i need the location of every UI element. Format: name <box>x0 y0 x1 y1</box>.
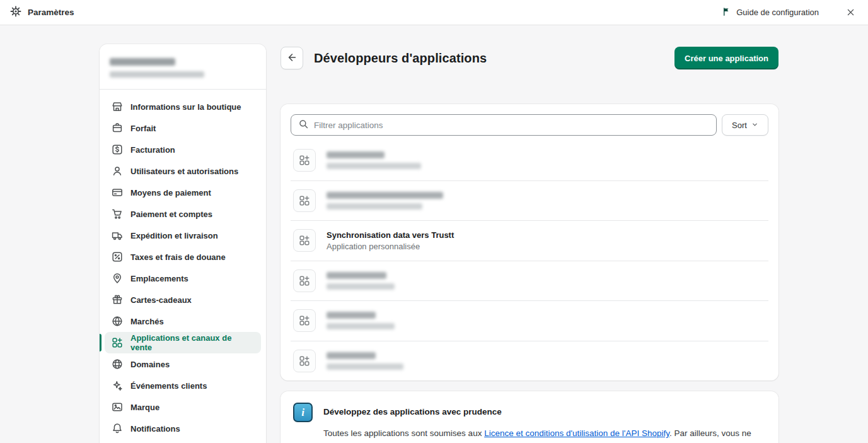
store-icon <box>111 100 124 113</box>
info-icon: i <box>293 403 313 422</box>
setup-guide-label: Guide de configuration <box>736 8 819 17</box>
sidebar-item-marque[interactable]: Marque <box>105 396 261 418</box>
filter-row: Sort <box>291 114 768 136</box>
app-list-item[interactable] <box>291 301 768 341</box>
app-default-icon <box>293 350 316 372</box>
sidebar-item-taxes-douane[interactable]: Taxes et frais de douane <box>105 246 261 268</box>
sidebar-item-label: Applications et canaux de vente <box>130 333 255 352</box>
settings-header: Paramètres <box>10 6 74 20</box>
sidebar-item-label: Facturation <box>130 145 175 155</box>
page-title: Développeurs d'applications <box>314 51 487 66</box>
sort-button[interactable]: Sort <box>722 114 768 136</box>
app-default-icon <box>293 309 316 332</box>
bell-icon <box>111 422 124 435</box>
app-default-icon <box>293 189 316 212</box>
sidebar-item-label: Expédition et livraison <box>130 231 218 240</box>
sidebar-item-forfait[interactable]: Forfait <box>105 117 261 139</box>
sidebar-item-expedition-livraison[interactable]: Expédition et livraison <box>105 225 261 246</box>
back-button[interactable] <box>281 47 303 69</box>
plan-icon <box>111 122 124 134</box>
taxes-percent-icon <box>111 251 124 263</box>
create-app-button[interactable]: Créer une application <box>674 47 778 69</box>
sort-button-label: Sort <box>732 121 747 130</box>
app-title <box>327 151 385 158</box>
store-identity <box>100 44 266 90</box>
gear-icon <box>10 6 21 20</box>
app-title <box>327 352 376 359</box>
checkout-cart-icon <box>111 208 124 220</box>
sidebar-item-label: Forfait <box>130 124 156 133</box>
sidebar-item-cartes-cadeaux[interactable]: Cartes-cadeaux <box>105 289 261 310</box>
close-icon[interactable] <box>843 5 858 20</box>
app-subtitle <box>327 163 421 169</box>
sidebar-item-label: Moyens de paiement <box>130 188 211 198</box>
users-icon <box>111 165 124 177</box>
chevron-down-icon <box>751 121 758 130</box>
sidebar-item-label: Cartes-cadeaux <box>130 295 192 305</box>
sidebar-item-paiement-et-comptes[interactable]: Paiement et comptes <box>105 203 261 225</box>
sidebar-item-label: Domaines <box>130 360 170 369</box>
back-arrow-icon <box>286 52 298 65</box>
domains-globe-icon <box>111 358 124 370</box>
search-icon <box>298 119 309 132</box>
sidebar-item-marches[interactable]: Marchés <box>105 310 261 332</box>
warning-title: Développez des applications avec prudenc… <box>323 407 761 416</box>
app-default-icon <box>293 149 316 172</box>
setup-guide-link[interactable]: Guide de configuration <box>722 7 819 18</box>
app-list-item[interactable] <box>291 341 768 381</box>
sidebar-item-utilisateurs-autorisations[interactable]: Utilisateurs et autorisations <box>105 160 261 182</box>
sidebar-item-applications-canaux[interactable]: Applications et canaux de vente <box>105 332 261 353</box>
app-default-icon <box>293 269 316 292</box>
apps-list-card: Sort Synchronisation da <box>281 104 778 381</box>
app-title <box>327 192 443 199</box>
settings-sidebar: Informations sur la boutique Forfait Fac… <box>100 44 266 443</box>
billing-icon <box>111 143 124 156</box>
sidebar-item-moyens-de-paiement[interactable]: Moyens de paiement <box>105 182 261 203</box>
app-list-item[interactable] <box>291 141 768 181</box>
sidebar-item-label: Informations sur la boutique <box>130 102 241 112</box>
app-subtitle <box>327 323 395 329</box>
sidebar-item-domaines[interactable]: Domaines <box>105 353 261 375</box>
sidebar-item-label: Marchés <box>130 317 164 326</box>
sidebar-item-label: Événements clients <box>130 381 207 391</box>
sidebar-item-informations-boutique[interactable]: Informations sur la boutique <box>105 96 261 117</box>
sidebar-item-notifications[interactable]: Notifications <box>105 418 261 439</box>
gift-card-icon <box>111 293 124 306</box>
filter-apps-searchbox[interactable] <box>291 114 717 136</box>
filter-apps-input[interactable] <box>314 121 709 130</box>
developer-warning-card: i Développez des applications avec prude… <box>281 391 778 443</box>
warning-text: Toutes les applications sont soumises au… <box>323 427 761 443</box>
location-pin-icon <box>111 272 124 285</box>
store-url-redacted <box>110 71 204 78</box>
truck-icon <box>111 229 124 242</box>
sidebar-item-emplacements[interactable]: Emplacements <box>105 268 261 289</box>
page-header: Développeurs d'applications Créer une ap… <box>281 47 778 69</box>
apps-icon <box>111 336 124 349</box>
app-default-icon <box>293 229 316 252</box>
app-list: Synchronisation data vers Trustt Applica… <box>291 141 768 381</box>
api-license-link[interactable]: Licence et conditions d'utilisation de l… <box>484 428 669 438</box>
sidebar-item-evenements-clients[interactable]: Événements clients <box>105 375 261 396</box>
sidebar-item-label: Emplacements <box>130 274 188 283</box>
app-list-item[interactable] <box>291 261 768 302</box>
brand-icon <box>111 401 124 413</box>
sidebar-item-label: Utilisateurs et autorisations <box>130 167 238 176</box>
payments-icon <box>111 186 124 199</box>
app-title <box>327 272 386 279</box>
sidebar-item-label: Notifications <box>130 424 180 434</box>
sidebar-item-label: Paiement et comptes <box>130 210 212 219</box>
app-list-item[interactable]: Synchronisation data vers Trustt Applica… <box>291 221 768 261</box>
settings-top-bar: Paramètres Guide de configuration <box>0 0 868 25</box>
sidebar-item-facturation[interactable]: Facturation <box>105 139 261 160</box>
app-subtitle <box>327 203 422 210</box>
app-subtitle: Application personnalisée <box>327 242 454 251</box>
customer-events-icon <box>111 379 124 392</box>
settings-title: Paramètres <box>28 8 74 17</box>
app-title: Synchronisation data vers Trustt <box>327 230 454 240</box>
warning-text-before-link: Toutes les applications sont soumises au… <box>323 428 484 438</box>
app-list-item[interactable] <box>291 181 768 222</box>
store-name-redacted <box>110 58 175 66</box>
app-subtitle <box>327 363 403 370</box>
flag-icon <box>722 7 731 18</box>
settings-window: Paramètres Guide de configuration <box>0 0 868 443</box>
